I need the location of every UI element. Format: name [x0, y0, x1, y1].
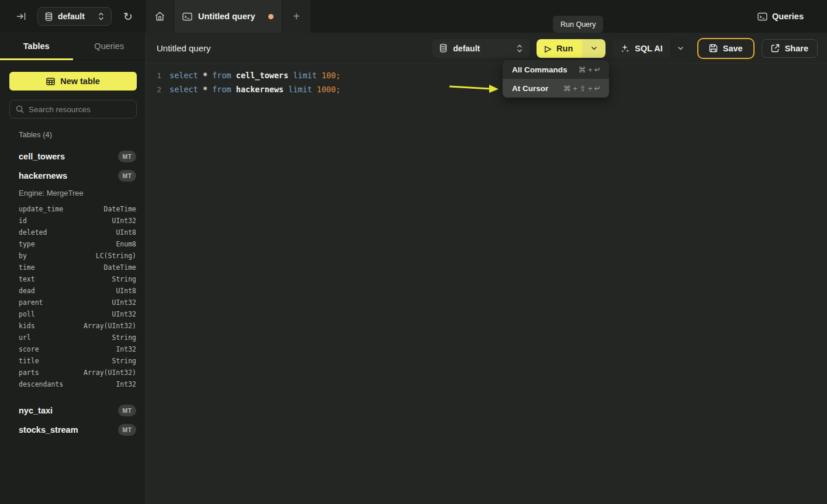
column-name: score [19, 345, 39, 353]
sql-ai-options-button[interactable] [670, 39, 690, 58]
column-type: DateTime [104, 205, 136, 213]
menu-item-label: All Commands [512, 65, 568, 74]
column-name: poll [19, 310, 35, 318]
queries-label: Queries [772, 12, 804, 21]
column-type: LC(String) [96, 252, 136, 260]
collapse-sidebar-icon [16, 12, 26, 20]
code-text: select * from hackernews limit 1000; [169, 85, 341, 94]
column-row[interactable]: typeEnum8 [19, 238, 136, 250]
sparkles-icon [620, 44, 629, 53]
database-icon [440, 44, 447, 53]
query-console: default ↻ Untitled query [0, 0, 827, 504]
search-icon [16, 105, 24, 113]
column-row[interactable]: pollUInt32 [19, 308, 136, 320]
column-type: UInt32 [112, 310, 136, 318]
column-name: time [19, 263, 35, 272]
column-type: UInt32 [112, 217, 136, 225]
run-options-button[interactable] [582, 39, 605, 58]
home-icon [155, 12, 165, 21]
database-icon [45, 12, 53, 21]
run-options-menu: All Commands⌘ + ↵At Cursor⌘ + ⇧ + ↵ [503, 60, 609, 98]
menu-item-all-commands[interactable]: All Commands⌘ + ↵ [503, 60, 609, 79]
sql-ai-label: SQL AI [635, 44, 663, 53]
run-query-tooltip-text: Run Query [560, 20, 596, 29]
column-type: Enum8 [116, 240, 136, 248]
top-bar-left: default ↻ [0, 0, 146, 33]
active-tab-underline [0, 58, 73, 60]
column-name: by [19, 252, 27, 260]
column-name: text [19, 275, 35, 283]
column-row[interactable]: titleString [19, 355, 136, 367]
column-row[interactable]: parentUInt32 [19, 297, 136, 308]
collapse-sidebar-button[interactable] [13, 8, 29, 25]
chevron-down-icon [591, 46, 597, 50]
column-name: descendants [19, 380, 63, 388]
menu-item-label: At Cursor [512, 84, 548, 93]
column-row[interactable]: scoreInt32 [19, 343, 136, 355]
column-name: title [19, 357, 39, 365]
engine-badge: MT [118, 170, 136, 182]
column-row[interactable]: update_timeDateTime [19, 203, 136, 215]
engine-badge: MT [118, 424, 136, 436]
code-text: select * from cell_towers limit 100; [169, 71, 341, 80]
column-name: update_time [19, 205, 63, 213]
tab-untitled-query[interactable]: Untitled query [174, 0, 282, 33]
database-selector[interactable]: default [432, 39, 530, 58]
column-row[interactable]: idUInt32 [19, 215, 136, 227]
column-row[interactable]: kidsArray(UInt32) [19, 320, 136, 332]
queries-button[interactable]: Queries [757, 12, 804, 21]
save-button[interactable]: Save [697, 38, 755, 59]
table-row-hackernews[interactable]: hackernews MT [19, 169, 136, 183]
new-table-button[interactable]: New table [9, 72, 137, 91]
sidebar-tabs: Tables Queries [0, 33, 146, 60]
toolbar-actions: default ▷ Run [432, 38, 818, 59]
new-table-label: New table [60, 77, 100, 86]
search-box [9, 100, 137, 119]
column-row[interactable]: partsArray(UInt32) [19, 367, 136, 378]
engine-badge: MT [118, 405, 136, 416]
column-type: UInt32 [112, 298, 136, 307]
run-query-tooltip: Run Query [553, 16, 603, 33]
run-split-button: ▷ Run [537, 39, 605, 58]
column-row[interactable]: byLC(String) [19, 250, 136, 262]
run-label: Run [556, 44, 573, 53]
sql-ai-button[interactable]: SQL AI [613, 39, 670, 58]
table-name: cell_towers [19, 152, 118, 161]
column-row[interactable]: timeDateTime [19, 262, 136, 273]
share-icon [771, 44, 780, 53]
sql-editor[interactable]: 1select * from cell_towers limit 100;2se… [146, 64, 827, 504]
column-row[interactable]: deletedUInt8 [19, 227, 136, 238]
run-button[interactable]: ▷ Run [537, 39, 582, 58]
column-name: kids [19, 322, 35, 330]
column-list: update_timeDateTimeidUInt32deletedUInt8t… [19, 203, 136, 390]
sidebar-tab-queries[interactable]: Queries [73, 33, 146, 60]
database-selector-top-value: default [58, 12, 85, 21]
home-button[interactable] [146, 0, 174, 33]
column-type: Int32 [116, 345, 136, 353]
refresh-button[interactable]: ↻ [120, 8, 136, 25]
table-row-stocks-stream[interactable]: stocks_stream MT [19, 423, 136, 437]
chevron-updown-icon [517, 44, 523, 53]
code-line[interactable]: 1select * from cell_towers limit 100; [146, 68, 827, 82]
database-selector-value: default [453, 44, 480, 53]
column-row[interactable]: descendantsInt32 [19, 378, 136, 390]
sidebar-tab-tables[interactable]: Tables [0, 33, 73, 60]
column-name: parent [19, 298, 43, 307]
engine-badge: MT [118, 151, 136, 162]
menu-item-at-cursor[interactable]: At Cursor⌘ + ⇧ + ↵ [503, 79, 609, 98]
code-line[interactable]: 2select * from hackernews limit 1000; [146, 82, 827, 96]
search-input[interactable] [29, 105, 130, 114]
column-row[interactable]: urlString [19, 332, 136, 343]
table-row-cell-towers[interactable]: cell_towers MT [19, 150, 136, 164]
tab-strip: Untitled query + [146, 0, 310, 33]
new-tab-button[interactable]: + [282, 0, 310, 33]
share-button[interactable]: Share [762, 39, 818, 58]
table-row-nyc-taxi[interactable]: nyc_taxi MT [19, 404, 136, 418]
plus-icon: + [293, 10, 300, 23]
menu-item-shortcut: ⌘ + ↵ [578, 65, 601, 74]
column-name: type [19, 240, 35, 248]
column-type: UInt8 [116, 228, 136, 237]
column-row[interactable]: deadUInt8 [19, 285, 136, 297]
column-row[interactable]: textString [19, 273, 136, 285]
database-selector-top[interactable]: default [37, 7, 112, 26]
